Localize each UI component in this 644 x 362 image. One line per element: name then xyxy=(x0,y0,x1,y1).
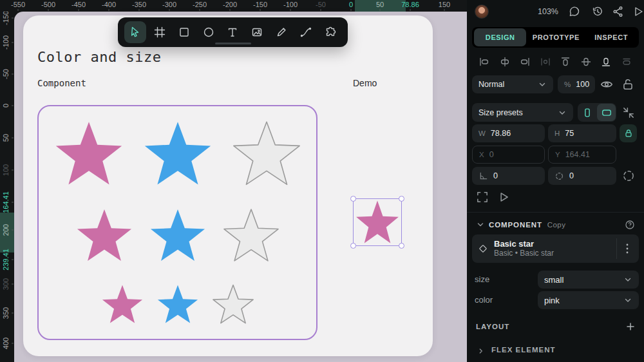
star-blue-large[interactable] xyxy=(142,120,214,187)
ruler-tick-label: 300 xyxy=(2,278,10,290)
canvas-viewport[interactable]: Color and size Component Demo xyxy=(14,12,467,362)
comments-icon[interactable] xyxy=(568,5,581,18)
flex-element-section-header[interactable]: FLEX ELEMENT xyxy=(477,346,556,354)
demo-star[interactable] xyxy=(354,200,401,245)
opacity-field[interactable]: % 100 xyxy=(558,75,595,93)
x-position-field[interactable]: X 0 xyxy=(472,146,545,164)
star-pink-large[interactable] xyxy=(53,120,125,187)
chevron-right-icon[interactable] xyxy=(477,346,485,354)
ruler-tick-label: -250 xyxy=(193,1,207,8)
plus-icon[interactable] xyxy=(626,322,635,331)
ruler-tick-label: -400 xyxy=(102,1,116,8)
align-center-horizontal-icon[interactable] xyxy=(499,56,511,68)
tool-text[interactable] xyxy=(222,21,243,43)
ruler-tick-label: 78.86 xyxy=(401,1,419,8)
canvas-title[interactable]: Color and size xyxy=(37,49,161,65)
tool-ellipse[interactable] xyxy=(198,21,220,43)
portrait-orientation-icon[interactable] xyxy=(578,103,596,122)
prop-color-select[interactable]: pink xyxy=(538,291,639,309)
visibility-eye-icon[interactable] xyxy=(600,77,614,91)
zoom-level[interactable]: 103% xyxy=(538,7,558,16)
prop-size-value: small xyxy=(544,275,564,285)
width-field[interactable]: W 78.86 xyxy=(472,124,545,142)
star-white-small[interactable] xyxy=(211,284,255,325)
component-frame[interactable] xyxy=(37,105,317,340)
selection-handle[interactable] xyxy=(350,196,356,202)
landscape-orientation-icon[interactable] xyxy=(597,104,616,121)
tab-design[interactable]: DESIGN xyxy=(474,28,526,46)
tool-plugin[interactable] xyxy=(319,21,341,43)
y-position-field[interactable]: Y 164.41 xyxy=(548,146,616,164)
aspect-lock-icon[interactable] xyxy=(620,124,637,142)
ruler-tick-label: -150 xyxy=(2,12,10,25)
selection-handle[interactable] xyxy=(399,243,404,249)
prop-color-label: color xyxy=(475,295,493,305)
tool-select[interactable] xyxy=(124,21,146,43)
help-icon[interactable] xyxy=(625,220,635,230)
tool-frame[interactable] xyxy=(149,21,171,43)
star-pink-medium[interactable] xyxy=(75,208,134,263)
ruler-tick-label: 200 xyxy=(2,224,10,236)
height-label: H xyxy=(554,129,560,137)
tool-pen[interactable] xyxy=(270,21,292,43)
artboard[interactable]: Color and size Component Demo xyxy=(23,15,433,356)
distribute-horizontal-icon[interactable] xyxy=(540,56,551,68)
share-icon[interactable] xyxy=(612,5,625,18)
star-pink-small[interactable] xyxy=(100,284,144,325)
ruler-horizontal[interactable]: -550-500-450-400-350-300-250-200-150-100… xyxy=(0,0,467,12)
unlock-icon[interactable] xyxy=(621,77,635,91)
ruler-vertical[interactable]: -150-100-50050100164.41200239.4130035040… xyxy=(0,12,14,362)
component-instance-card[interactable]: Basic star Basic • Basic star xyxy=(472,234,639,263)
tab-inspect[interactable]: INSPECT xyxy=(583,28,639,46)
tool-image[interactable] xyxy=(246,21,268,43)
component-section-header[interactable]: COMPONENT Copy xyxy=(476,219,635,231)
align-middle-vertical-icon[interactable] xyxy=(580,56,592,68)
tool-rectangle[interactable] xyxy=(173,21,195,43)
divider xyxy=(616,238,617,259)
toolbar-drag-handle[interactable] xyxy=(215,43,251,44)
star-white-large[interactable] xyxy=(231,120,303,187)
selection-handle[interactable] xyxy=(399,196,404,202)
fit-content-icon[interactable] xyxy=(475,190,489,204)
chevron-down-icon xyxy=(623,296,632,305)
chevron-down-icon[interactable] xyxy=(476,220,485,229)
align-bottom-icon[interactable] xyxy=(600,56,612,68)
size-presets-select[interactable]: Size presets xyxy=(472,103,573,122)
kebab-menu-icon[interactable] xyxy=(622,234,632,263)
prop-row-color: color pink xyxy=(467,291,644,309)
ruler-tick-label: -200 xyxy=(223,1,237,8)
layout-section-title: LAYOUT xyxy=(476,323,509,330)
component-section-label[interactable]: Component xyxy=(37,78,86,88)
x-value: 0 xyxy=(489,150,494,159)
rotation-field[interactable]: 0 xyxy=(472,167,545,185)
tool-curve[interactable] xyxy=(295,21,317,43)
height-field[interactable]: H 75 xyxy=(548,124,616,142)
align-left-icon[interactable] xyxy=(478,56,490,68)
selection-handle[interactable] xyxy=(350,243,356,249)
history-icon[interactable] xyxy=(591,5,604,18)
layout-section-header[interactable]: LAYOUT xyxy=(476,322,635,331)
tidy-up-icon[interactable] xyxy=(621,56,632,68)
tab-prototype[interactable]: PROTOTYPE xyxy=(528,28,583,46)
component-section-title: COMPONENT xyxy=(489,221,542,229)
chevron-down-icon xyxy=(558,108,567,117)
play-icon[interactable] xyxy=(632,5,644,18)
star-blue-medium[interactable] xyxy=(148,208,207,263)
blend-mode-select[interactable]: Normal xyxy=(472,75,553,93)
corner-radius-field[interactable]: 0 xyxy=(548,167,616,185)
ruler-tick-label: -50 xyxy=(316,1,326,8)
avatar[interactable] xyxy=(475,5,489,19)
demo-section-label[interactable]: Demo xyxy=(353,78,377,88)
collapse-icon[interactable] xyxy=(621,106,636,120)
demo-star-selection[interactable] xyxy=(353,198,402,246)
individual-corners-icon[interactable] xyxy=(621,169,636,183)
opacity-value: 100 xyxy=(576,80,589,89)
star-white-medium[interactable] xyxy=(222,208,281,263)
width-label: W xyxy=(478,129,486,137)
align-top-icon[interactable] xyxy=(560,56,571,68)
star-blue-small[interactable] xyxy=(156,284,200,325)
width-value: 78.86 xyxy=(491,129,511,138)
preview-play-icon[interactable] xyxy=(497,190,511,204)
align-right-icon[interactable] xyxy=(519,56,531,68)
prop-size-select[interactable]: small xyxy=(538,271,639,289)
